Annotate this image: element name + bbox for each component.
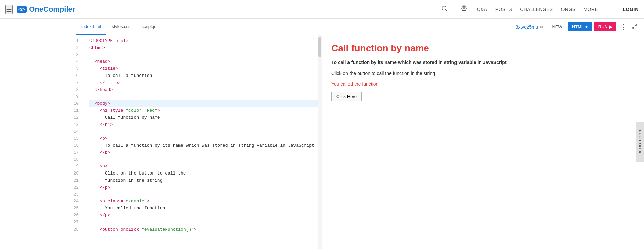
logo-text: OneCompiler xyxy=(29,5,75,14)
run-play-icon: ▶ xyxy=(609,24,612,29)
run-label: RUN xyxy=(598,24,608,29)
code-line: <p class="example"> xyxy=(89,198,318,205)
nav-links: Q&A POSTS CHALLENGES ORGS MORE LOGIN xyxy=(438,3,639,15)
line-number: 9 xyxy=(70,93,82,100)
snippet-id: 3xtvqz5mu ✏ xyxy=(516,24,544,30)
line-number: 12 xyxy=(70,114,82,121)
line-number: 7 xyxy=(70,80,82,87)
gear-icon xyxy=(461,5,467,11)
click-here-button[interactable]: Click Here xyxy=(331,92,362,101)
code-line xyxy=(89,52,318,59)
settings-button[interactable] xyxy=(459,3,469,15)
scrollbar-track[interactable] xyxy=(318,35,322,249)
tab-styles-css[interactable]: styles.css xyxy=(106,19,136,35)
login-button[interactable]: LOGIN xyxy=(623,7,639,12)
code-lines: 1234567891011121314151617181920212223242… xyxy=(70,35,322,249)
code-line xyxy=(89,191,318,198)
code-line xyxy=(89,219,318,226)
new-button[interactable]: NEW xyxy=(549,23,565,31)
preview-panel: Call function by name To call a function… xyxy=(322,35,636,249)
nav-link-challenges[interactable]: CHALLENGES xyxy=(520,7,553,12)
preview-title: Call function by name xyxy=(331,43,627,54)
nav-divider xyxy=(610,4,610,14)
editor-main: 1234567891011121314151617181920212223242… xyxy=(70,35,644,249)
code-editor[interactable]: 1234567891011121314151617181920212223242… xyxy=(70,35,322,249)
line-number: 23 xyxy=(70,191,82,198)
editor-wrapper: index.html styles.css script.js 3xtvqz5m… xyxy=(70,19,644,249)
line-number: 17 xyxy=(70,149,82,156)
expand-button[interactable] xyxy=(631,22,639,32)
code-line: </h1> xyxy=(89,121,318,129)
code-line: <b> xyxy=(89,135,318,142)
hamburger-menu-button[interactable]: ☰ xyxy=(5,5,13,14)
line-number: 1 xyxy=(70,38,82,45)
code-line: To call a function xyxy=(89,72,318,80)
svg-line-1 xyxy=(445,9,446,10)
logo-icon: </> xyxy=(17,6,27,13)
toolbar-right: NEW HTML ▾ RUN ▶ ⋮ xyxy=(549,22,639,32)
line-number: 22 xyxy=(70,184,82,191)
nav-link-posts[interactable]: POSTS xyxy=(495,7,512,12)
tab-index-html[interactable]: index.html xyxy=(76,19,106,35)
line-number: 26 xyxy=(70,212,82,219)
code-line: <title> xyxy=(89,65,318,72)
code-line: function in the string xyxy=(89,177,318,184)
nav-link-qa[interactable]: Q&A xyxy=(477,7,487,12)
more-options-button[interactable]: ⋮ xyxy=(619,22,628,32)
code-line: Click on the button to call the xyxy=(89,170,318,177)
line-number: 27 xyxy=(70,219,82,226)
html-dropdown-icon: ▾ xyxy=(585,24,588,29)
code-line: <head> xyxy=(89,58,318,65)
code-line: </p> xyxy=(89,212,318,219)
code-line xyxy=(89,93,318,100)
navbar: ☰ </> OneCompiler Q&A POSTS CHALLENGES O… xyxy=(0,0,644,19)
line-number: 4 xyxy=(70,58,82,65)
search-button[interactable] xyxy=(439,3,449,15)
svg-point-0 xyxy=(442,6,446,10)
run-button[interactable]: RUN ▶ xyxy=(594,22,616,31)
code-line: <body> xyxy=(89,100,318,107)
code-line: </p> xyxy=(89,184,318,191)
code-line: <html> xyxy=(89,45,318,52)
code-line: </b> xyxy=(89,149,318,156)
feedback-sidebar[interactable]: FEEDBACK xyxy=(636,122,644,162)
line-number: 13 xyxy=(70,121,82,129)
code-line: You called the function. xyxy=(89,205,318,212)
line-number: 24 xyxy=(70,198,82,205)
preview-instruction: Click on the button to call the function… xyxy=(331,70,627,77)
edit-snippet-icon[interactable]: ✏ xyxy=(540,24,544,30)
code-line: <!DOCTYPE html> xyxy=(89,38,318,45)
code-line: <h1 style="color: Red"> xyxy=(89,107,318,114)
line-number: 16 xyxy=(70,142,82,149)
preview-result: You called the function. xyxy=(331,81,627,87)
line-number: 28 xyxy=(70,226,82,233)
scrollbar-thumb[interactable] xyxy=(318,37,321,57)
logo-link[interactable]: </> OneCompiler xyxy=(17,5,75,14)
line-number: 10 xyxy=(70,100,82,107)
line-number: 21 xyxy=(70,177,82,184)
line-number: 5 xyxy=(70,65,82,72)
tab-script-js[interactable]: script.js xyxy=(136,19,162,35)
line-number: 3 xyxy=(70,52,82,59)
line-number: 14 xyxy=(70,128,82,135)
line-number: 19 xyxy=(70,163,82,170)
line-numbers: 1234567891011121314151617181920212223242… xyxy=(70,35,85,249)
html-dropdown-button[interactable]: HTML ▾ xyxy=(568,22,592,31)
code-line: To call a function by its name which was… xyxy=(89,142,318,149)
search-icon xyxy=(441,5,447,11)
code-line xyxy=(89,128,318,135)
line-number: 6 xyxy=(70,72,82,80)
nav-link-orgs[interactable]: ORGS xyxy=(561,7,576,12)
line-number: 25 xyxy=(70,205,82,212)
editor-toolbar: index.html styles.css script.js 3xtvqz5m… xyxy=(70,19,644,35)
line-number: 15 xyxy=(70,135,82,142)
code-line: <p> xyxy=(89,163,318,170)
html-label: HTML xyxy=(572,24,584,29)
code-content[interactable]: <!DOCTYPE html><html> <head> <title> To … xyxy=(85,35,318,249)
line-number: 2 xyxy=(70,45,82,52)
line-number: 18 xyxy=(70,156,82,163)
nav-link-more[interactable]: MORE xyxy=(583,7,598,12)
svg-line-3 xyxy=(635,24,637,26)
code-line: Call function by name xyxy=(89,114,318,121)
snippet-id-text: 3xtvqz5mu xyxy=(516,24,538,30)
